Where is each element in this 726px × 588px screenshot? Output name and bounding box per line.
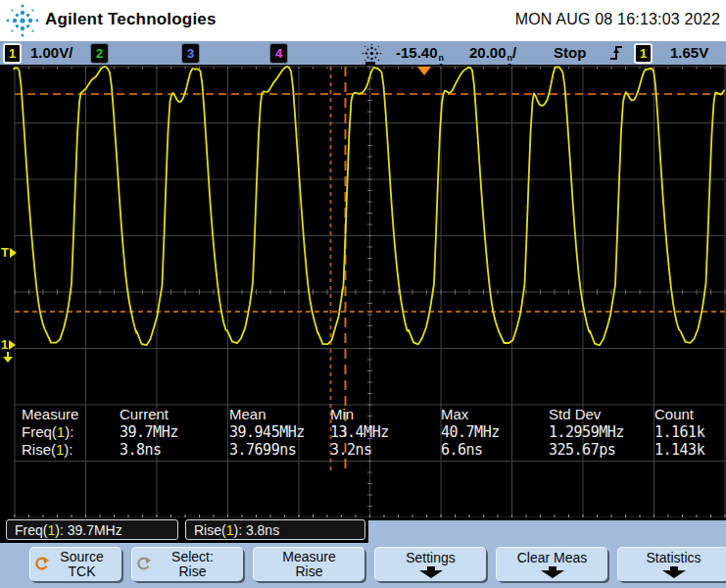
- softkey-statistics[interactable]: Statistics: [617, 547, 726, 581]
- softkey-settings[interactable]: Settings: [374, 547, 486, 581]
- triangle-right-icon: [10, 248, 17, 258]
- measurement-row-rise: Rise(1): 3.8ns 3.7699ns 3.2ns 6.6ns 325.…: [0, 441, 726, 459]
- channel-2-button[interactable]: 2: [90, 43, 109, 64]
- channel-1-scale: 1.00V/: [30, 44, 73, 61]
- knob-icon: [136, 557, 151, 571]
- down-arrow-icon: [414, 566, 448, 578]
- run-state-indicator: Stop: [554, 44, 586, 61]
- result-bar: Freq(1): 39.7MHz Rise(1): 3.8ns: [0, 517, 368, 543]
- trigger-level-readout: 1.65V: [670, 44, 708, 61]
- measurement-label: Rise(1):: [22, 441, 73, 458]
- status-bar: 1 1.00V/ 2 3 4 -15.40ns 20.: [0, 41, 726, 65]
- channel-4-button[interactable]: 4: [269, 43, 288, 64]
- measurement-table: Measure Current Mean Min Max Std Dev Cou…: [0, 406, 726, 459]
- waveform-display: T 1 Measure Current Mean Min Max Std Dev…: [0, 65, 726, 517]
- freq-result-pill: Freq(1): 39.7MHz: [6, 519, 178, 540]
- softkey-row: Source TCK Select: Rise Measure Rise Set…: [29, 547, 726, 581]
- spark-icon: [362, 43, 382, 64]
- datetime-display: MON AUG 08 16:13:03 2022: [515, 11, 720, 28]
- trigger-slope-icon: [609, 44, 623, 62]
- trigger-level-marker[interactable]: T: [1, 247, 17, 259]
- trigger-source-button[interactable]: 1: [634, 43, 653, 64]
- down-arrow-icon: [657, 566, 691, 578]
- down-arrow-icon: [2, 352, 14, 364]
- knob-icon: [34, 557, 49, 571]
- softkey-select[interactable]: Select: Rise: [131, 547, 243, 581]
- channel-1-button[interactable]: 1: [3, 43, 22, 64]
- channel-1-ground-marker[interactable]: 1: [1, 339, 16, 351]
- measurement-label: Freq(1):: [22, 423, 73, 440]
- agilent-logo-icon: [4, 1, 41, 40]
- softkey-source[interactable]: Source TCK: [29, 547, 121, 581]
- channel-3-button[interactable]: 3: [181, 43, 200, 64]
- header-bar: Agilent Technologies MON AUG 08 16:13:03…: [0, 0, 726, 41]
- brand-title: Agilent Technologies: [45, 10, 217, 29]
- measurement-row-freq: Freq(1): 39.7MHz 39.945MHz 13.4MHz 40.7M…: [0, 423, 726, 441]
- measurement-table-header: Measure Current Mean Min Max Std Dev Cou…: [0, 406, 726, 423]
- oscilloscope-screen: Agilent Technologies MON AUG 08 16:13:03…: [0, 0, 726, 588]
- rise-result-pill: Rise(1): 3.8ns: [185, 519, 365, 540]
- softkey-measure[interactable]: Measure Rise: [253, 547, 364, 581]
- softkey-clear-meas[interactable]: Clear Meas: [496, 547, 607, 581]
- down-arrow-icon: [536, 566, 569, 578]
- triangle-right-icon: [9, 340, 16, 350]
